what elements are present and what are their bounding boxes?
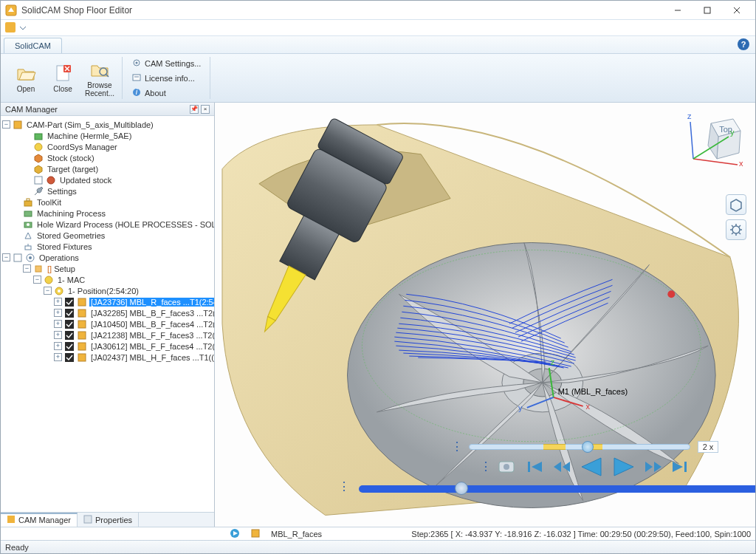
cam-settings-button[interactable]: CAM Settings... xyxy=(128,57,204,70)
tree-position[interactable]: 1- Position(2:54:20) xyxy=(66,287,140,295)
license-info-button[interactable]: License info... xyxy=(128,72,204,85)
svg-marker-94 xyxy=(582,458,601,476)
tree-operations[interactable]: Operations xyxy=(38,253,80,262)
record-button[interactable] xyxy=(498,458,518,476)
svg-rect-41 xyxy=(65,320,74,329)
tree-stored-fix[interactable]: Stored Fixtures xyxy=(35,242,94,251)
window-title: SolidCAM Shop Floor Editor xyxy=(21,5,664,16)
tree-op[interactable]: [JA23736] MBL_R_faces ...T1(2:54:20) xyxy=(89,298,214,307)
tree-toolkit[interactable]: ToolKit xyxy=(35,198,63,207)
svg-rect-43 xyxy=(65,331,74,340)
svg-rect-39 xyxy=(65,309,74,318)
step-forward-button[interactable] xyxy=(644,459,663,475)
drag-handle-icon[interactable]: ⋮ xyxy=(338,484,348,490)
checkbox-icon[interactable] xyxy=(13,253,23,263)
expander-icon[interactable]: − xyxy=(44,287,52,295)
close-window-button[interactable] xyxy=(723,2,751,18)
help-icon[interactable]: ? xyxy=(738,38,749,50)
svg-point-27 xyxy=(27,223,30,226)
cam-tree[interactable]: −CAM-Part (Sim_5_axis_Multiblade) Machin… xyxy=(1,116,214,512)
drag-handle-icon[interactable]: ⋮ xyxy=(480,464,490,470)
tree-op[interactable]: [JA21238] MBL_F_F_faces3 ...T2((-:-:-)) xyxy=(89,331,214,340)
expander-icon[interactable]: + xyxy=(54,309,62,317)
drag-handle-icon[interactable]: ⋮ xyxy=(451,444,461,450)
info-op-name: MBL_R_faces xyxy=(271,530,322,538)
step-back-button[interactable] xyxy=(552,459,571,475)
op-status-icon xyxy=(64,352,75,363)
view-cube[interactable]: Top x z y xyxy=(687,112,746,171)
op-icon xyxy=(77,308,87,318)
expander-icon[interactable]: + xyxy=(54,353,62,361)
expander-icon[interactable]: − xyxy=(23,264,31,273)
close-button[interactable]: Close xyxy=(45,58,80,99)
process-icon xyxy=(23,208,33,219)
tab-solidcam[interactable]: SolidCAM xyxy=(4,38,62,53)
tree-coord[interactable]: CoordSys Manager xyxy=(46,143,119,151)
tree-root[interactable]: CAM-Part (Sim_5_axis_Multiblade) xyxy=(25,120,155,129)
tree-machine[interactable]: Machine (Hermle_5AE) xyxy=(46,131,133,140)
view-tool-cube[interactable] xyxy=(726,194,746,215)
viewport-3d[interactable]: x z y M1 (MBL_R_faces) Top x z y xyxy=(215,103,755,527)
wrench-icon xyxy=(33,186,44,196)
svg-point-22 xyxy=(47,177,55,184)
setup-icon xyxy=(33,264,44,274)
cam-manager-panel: CAM Manager 📌 × −CAM-Part (Sim_5_axis_Mu… xyxy=(1,103,215,527)
minimize-button[interactable] xyxy=(664,2,692,18)
skip-end-button[interactable] xyxy=(670,459,690,475)
tree-target[interactable]: Target (target) xyxy=(46,165,100,174)
tree-stock[interactable]: Stock (stock) xyxy=(46,154,96,163)
expander-icon[interactable]: + xyxy=(54,320,62,328)
tree-settings[interactable]: Settings xyxy=(46,187,78,196)
tree-holewiz[interactable]: Hole Wizard Process (HOLE PROCESSES - SO… xyxy=(35,220,214,229)
about-button[interactable]: i About xyxy=(128,86,204,100)
app-icon xyxy=(5,4,17,16)
browse-recent-button[interactable]: Browse Recent... xyxy=(82,58,117,99)
checkbox-icon[interactable] xyxy=(33,175,44,185)
target-icon xyxy=(33,164,44,174)
status-ready: Ready xyxy=(5,543,29,552)
tree-op[interactable]: [JA10450] MBL_B_F_faces4 ...T2((-:-:-)) xyxy=(89,320,214,329)
expander-icon[interactable]: + xyxy=(54,298,62,306)
tree-setup[interactable]: [] Setup xyxy=(46,264,77,273)
tree-stored-geom[interactable]: Stored Geometries xyxy=(35,231,106,240)
skip-start-button[interactable] xyxy=(526,459,545,475)
svg-rect-14 xyxy=(133,75,140,81)
play-back-button[interactable] xyxy=(579,456,604,478)
panel-pin-icon[interactable]: 📌 xyxy=(190,105,199,114)
tree-updated-stock[interactable]: Updated stock xyxy=(58,176,113,185)
view-tool-settings[interactable] xyxy=(726,219,746,240)
expander-icon[interactable]: + xyxy=(54,331,62,339)
svg-rect-44 xyxy=(78,332,86,339)
tab-properties[interactable]: Properties xyxy=(78,513,139,527)
qat-icon[interactable] xyxy=(5,22,16,34)
playback-controls: ⋮ 2 x ⋮ xyxy=(429,441,740,493)
tab-cam-manager[interactable]: CAM Manager xyxy=(1,513,78,527)
expander-icon[interactable]: + xyxy=(54,342,62,350)
svg-rect-2 xyxy=(704,7,710,13)
tree-machining[interactable]: Machining Process xyxy=(35,209,107,218)
svg-rect-19 xyxy=(35,134,42,140)
svg-marker-78 xyxy=(731,199,741,211)
license-icon xyxy=(131,72,142,84)
tree-op[interactable]: [JA30612] MBL_F_F_faces4 ...T2((-:-:-)) xyxy=(89,342,214,351)
maximize-button[interactable] xyxy=(693,2,721,18)
titlebar: SolidCAM Shop Floor Editor xyxy=(1,1,755,20)
tree-op[interactable]: [JA02437] MBL_H_F_faces ...T1((-:-:-)) xyxy=(89,353,214,362)
svg-text:z: z xyxy=(551,358,555,366)
status-bar: Ready xyxy=(1,540,755,553)
expander-icon[interactable]: − xyxy=(2,120,10,129)
speed-slider[interactable] xyxy=(469,444,690,450)
svg-rect-33 xyxy=(35,266,41,272)
tree-op[interactable]: [JA32285] MBL_B_F_faces3 ...T2((-:-:-)) xyxy=(89,309,214,318)
tree-mac[interactable]: 1- MAC xyxy=(56,276,86,284)
expander-icon[interactable]: − xyxy=(2,253,10,261)
open-button[interactable]: Open xyxy=(8,58,44,99)
svg-point-13 xyxy=(136,61,138,64)
panel-close-icon[interactable]: × xyxy=(201,105,210,114)
machine-icon xyxy=(33,131,44,141)
qat-dropdown-icon[interactable] xyxy=(20,24,26,33)
timeline-slider[interactable] xyxy=(359,485,755,493)
play-forward-button[interactable] xyxy=(611,456,636,478)
expander-icon[interactable]: − xyxy=(33,276,41,284)
speed-value[interactable]: 2 x xyxy=(698,441,719,453)
